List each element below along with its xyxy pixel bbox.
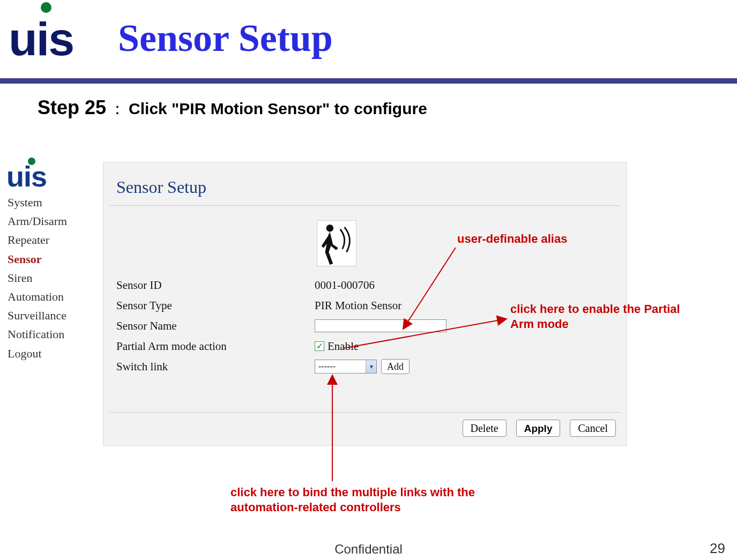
sensor-id-value: 0001-000706 (315, 279, 375, 292)
footer-confidential: Confidential (0, 542, 737, 557)
switch-link-label: Switch link (116, 360, 315, 374)
partial-arm-label: Partial Arm mode action (116, 340, 315, 353)
switch-link-selected-value: ------ (318, 362, 336, 371)
brand-logo-top: uis (9, 2, 78, 61)
apply-button[interactable]: Apply (516, 420, 561, 437)
action-button-row: Delete Apply Cancel (463, 420, 616, 437)
annotation-alias: user-definable alias (457, 232, 567, 247)
sidebar-item-arm-disarm[interactable]: Arm/Disarm (8, 212, 91, 230)
annotation-switch-link: click here to bind the multiple links wi… (230, 485, 509, 514)
sensor-id-label: Sensor ID (116, 279, 315, 292)
partial-arm-checkbox[interactable]: ✓ (315, 341, 324, 351)
footer-page-number: 29 (710, 540, 725, 557)
title-divider (0, 78, 737, 84)
svg-point-0 (326, 225, 334, 232)
cancel-button[interactable]: Cancel (570, 420, 616, 437)
sensor-type-value: PIR Motion Sensor (315, 299, 401, 312)
logo-dot-icon (41, 2, 51, 13)
section-divider-2 (110, 412, 620, 413)
sidebar-item-automation[interactable]: Automation (8, 287, 91, 306)
section-divider (110, 205, 620, 206)
sensor-name-input[interactable] (315, 319, 446, 332)
sidebar-item-repeater[interactable]: Repeater (8, 230, 91, 249)
step-number: Step 25 (38, 96, 106, 118)
brand-logo-small: uis (6, 162, 60, 191)
step-description: Click "PIR Motion Sensor" to configure (129, 100, 427, 117)
sensor-form: Sensor ID 0001-000706 Sensor Type PIR Mo… (116, 275, 577, 377)
logo-text-small: uis (6, 162, 60, 191)
sidebar-item-system[interactable]: System (8, 193, 91, 212)
pir-motion-sensor-icon (317, 220, 356, 266)
sidebar-item-notification[interactable]: Notification (8, 325, 91, 344)
add-button[interactable]: Add (381, 359, 410, 374)
step-instruction: Step 25：Click "PIR Motion Sensor" to con… (38, 96, 427, 120)
delete-button[interactable]: Delete (463, 420, 507, 437)
annotation-partial-arm: click here to enable the Partial Arm mod… (510, 302, 687, 331)
section-title: Sensor Setup (116, 177, 206, 197)
step-colon: ： (106, 100, 129, 117)
sidebar-item-surveillance[interactable]: Surveillance (8, 306, 91, 325)
sensor-type-label: Sensor Type (116, 299, 315, 312)
logo-text: uis (9, 12, 73, 66)
chevron-down-icon: ▾ (366, 360, 376, 373)
partial-arm-checkbox-label: Enable (327, 340, 359, 353)
sidebar-item-sensor[interactable]: Sensor (8, 250, 91, 268)
sidebar-nav: System Arm/Disarm Repeater Sensor Siren … (8, 193, 91, 363)
sidebar-item-logout[interactable]: Logout (8, 344, 91, 363)
page-title: Sensor Setup (118, 16, 333, 61)
switch-link-select[interactable]: ------ ▾ (315, 360, 377, 374)
sensor-name-label: Sensor Name (116, 319, 315, 333)
logo-dot-icon (28, 158, 35, 165)
sidebar-item-siren[interactable]: Siren (8, 268, 91, 287)
